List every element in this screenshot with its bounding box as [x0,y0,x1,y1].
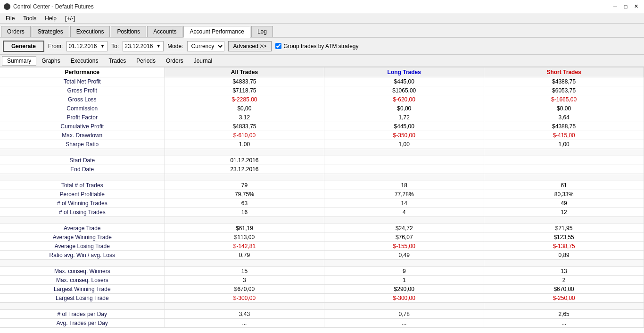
table-cell: 3 [165,276,324,285]
group-trades-checkbox[interactable] [275,43,281,49]
table-cell [324,156,484,165]
table-cell: $1065,00 [324,86,484,95]
subtab-executions[interactable]: Executions [66,56,104,66]
from-date-button[interactable]: ▼ [99,43,106,49]
group-trades-label: Group trades by ATM strategy [283,43,358,50]
table-cell: $-350,00 [324,131,484,140]
to-date-input[interactable]: ▼ [123,41,164,51]
table-cell: Commission [0,104,165,113]
col-header-2: Long Trades [324,67,484,77]
separator-cell [324,217,484,224]
menu-item-file[interactable]: File [2,14,18,23]
table-cell: $113,00 [165,233,324,242]
table-cell: $4833,75 [165,122,324,131]
table-cell: Profit Factor [0,113,165,122]
separator-cell [165,260,324,267]
table-cell: # of Winning Trades [0,199,165,208]
to-date-button[interactable]: ▼ [155,43,162,49]
menu-item-tools[interactable]: Tools [19,14,40,23]
tab-account-performance[interactable]: Account Performance [183,26,250,38]
table-cell: 1,00 [324,140,484,149]
table-cell: 15 [165,267,324,276]
table-cell: 12 [484,208,644,217]
advanced-button[interactable]: Advanced >> [228,41,272,51]
table-cell: 13 [484,267,644,276]
table-row: Start Date01.12.2016 [0,156,644,165]
generate-button[interactable]: Generate [3,41,44,52]
table-row: End Date23.12.2016 [0,165,644,174]
minimize-button[interactable]: ─ [611,2,619,11]
table-cell: Cumulative Profit [0,122,165,131]
tabbar: OrdersStrategiesExecutionsPositionsAccou… [0,24,644,38]
table-row: # of Trades per Day3,430,782,65 [0,310,644,319]
table-cell: 80,33% [484,190,644,199]
table-cell: Largest Losing Trade [0,294,165,303]
table-cell: $7118,75 [165,86,324,95]
subtab-periods[interactable]: Periods [131,56,161,66]
table-cell: $-138,75 [484,242,644,251]
separator-cell [484,303,644,310]
separator-cell [324,303,484,310]
table-cell: 49 [484,199,644,208]
table-row: Total Net Profit$4833,75$445,00$4388,75 [0,77,644,86]
table-cell: 23.12.2016 [165,165,324,174]
table-row: Average Trade$61,19$24,72$71,95 [0,224,644,233]
subtab-orders[interactable]: Orders [161,56,189,66]
subtab-graphs[interactable]: Graphs [36,56,65,66]
table-row: Total # of Trades791861 [0,181,644,190]
table-cell: 0,79 [165,251,324,260]
table-cell: $-300,00 [324,294,484,303]
separator-cell [324,174,484,181]
table-cell: Sharpe Ratio [0,140,165,149]
menu-item-help[interactable]: Help [41,14,60,23]
table-cell: $-2285,00 [165,95,324,104]
maximize-button[interactable]: □ [621,2,630,11]
subtab-summary[interactable]: Summary [2,56,36,66]
close-button[interactable]: ✕ [632,2,640,11]
table-row: Max. conseq. Winners15913 [0,267,644,276]
table-cell: 3,64 [484,113,644,122]
from-date-input[interactable]: ▼ [66,41,107,51]
tab-executions[interactable]: Executions [70,26,110,37]
separator-cell [0,174,165,181]
subtab-trades[interactable]: Trades [103,56,131,66]
to-date-field[interactable] [124,43,155,50]
separator-cell [484,217,644,224]
from-date-field[interactable] [68,43,99,50]
table-cell: 0,78 [324,310,484,319]
table-cell: 1,72 [324,113,484,122]
table-cell: ... [484,319,644,328]
mode-select[interactable]: CurrencyPointsPercent [187,41,224,51]
table-cell: $670,00 [484,285,644,294]
menu-item-[interactable]: [+/-] [61,14,79,23]
table-cell: Average Winning Trade [0,233,165,242]
subtab-journal[interactable]: Journal [189,56,217,66]
table-area[interactable]: PerformanceAll TradesLong TradesShort Tr… [0,67,644,333]
titlebar-controls: ─ □ ✕ [611,2,640,11]
table-cell: 0,49 [324,251,484,260]
table-cell: $24,72 [324,224,484,233]
table-cell: $0,00 [165,104,324,113]
table-row: Average Winning Trade$113,00$76,07$123,5… [0,233,644,242]
col-header-1: All Trades [165,67,324,77]
table-cell: 18 [324,181,484,190]
table-cell: $-142,81 [165,242,324,251]
col-header-0: Performance [0,67,165,77]
table-row: Ratio avg. Win / avg. Loss0,790,490,89 [0,251,644,260]
tab-accounts[interactable]: Accounts [147,26,182,37]
tab-positions[interactable]: Positions [111,26,146,37]
table-row: Largest Losing Trade$-300,00$-300,00$-25… [0,294,644,303]
table-row: Largest Winning Trade$670,00$290,00$670,… [0,285,644,294]
table-row: Gross Profit$7118,75$1065,00$6053,75 [0,86,644,95]
table-cell: $6053,75 [484,86,644,95]
tab-orders[interactable]: Orders [1,26,31,37]
table-row: Average Losing Trade$-142,81$-155,00$-13… [0,242,644,251]
table-cell: 3,43 [165,310,324,319]
table-cell: $-610,00 [165,131,324,140]
table-row: # of Losing Trades16412 [0,208,644,217]
tab-strategies[interactable]: Strategies [32,26,69,37]
table-cell: $-155,00 [324,242,484,251]
tab-log[interactable]: Log [251,26,273,37]
table-row: # of Winning Trades631449 [0,199,644,208]
separator-cell [165,217,324,224]
